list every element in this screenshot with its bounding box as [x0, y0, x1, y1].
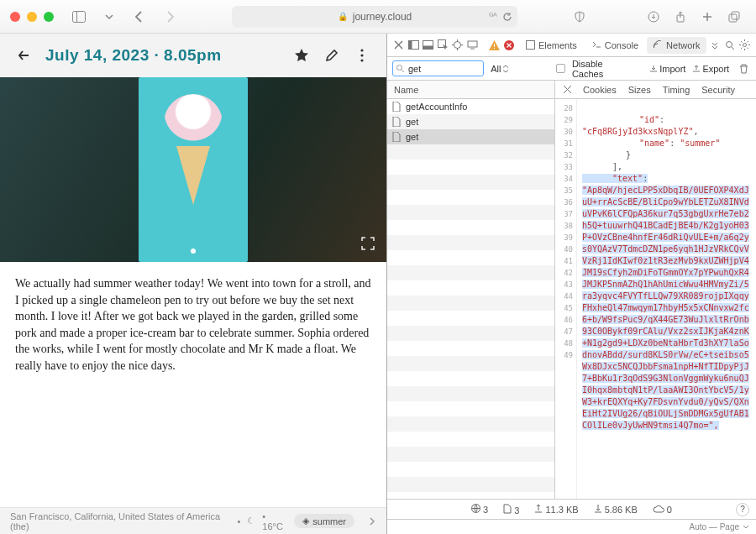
tag-chip[interactable]: ◈ summer — [294, 514, 354, 528]
tab-console[interactable]: Console — [585, 37, 645, 54]
svg-point-22 — [726, 41, 732, 47]
import-button[interactable]: Import — [649, 64, 685, 74]
svg-rect-6 — [732, 12, 739, 19]
request-row[interactable]: get — [387, 129, 554, 144]
filter-type-select[interactable]: All — [491, 64, 509, 74]
svg-rect-0 — [73, 11, 86, 22]
svg-point-15 — [454, 42, 461, 49]
status-download: 5.86 KB — [594, 504, 638, 515]
status-requests: 3 — [471, 504, 488, 515]
downloads-icon[interactable] — [642, 7, 665, 27]
new-tab-icon[interactable] — [696, 7, 719, 27]
temperature: • 16°C — [262, 511, 287, 531]
back-button[interactable] — [128, 7, 151, 27]
svg-point-7 — [360, 49, 363, 51]
edit-icon[interactable] — [323, 46, 341, 65]
svg-rect-21 — [526, 41, 534, 50]
entry-photo[interactable] — [0, 77, 386, 262]
more-tabs-icon[interactable] — [708, 38, 722, 53]
help-icon[interactable]: ? — [736, 503, 749, 516]
reload-icon[interactable] — [502, 12, 512, 22]
status-upload: 11.3 KB — [534, 504, 578, 515]
dock-left-icon[interactable] — [407, 38, 421, 53]
close-devtools-icon[interactable] — [392, 38, 406, 53]
request-row[interactable]: getAccountInfo — [387, 99, 554, 114]
status-documents: 3 — [503, 504, 519, 516]
close-window[interactable] — [10, 12, 20, 22]
svg-rect-18 — [494, 44, 495, 47]
chevron-right-icon[interactable] — [368, 517, 376, 526]
devtools-pane: Elements Console Network get All Disable… — [387, 34, 756, 534]
svg-line-26 — [402, 70, 404, 72]
response-tabs: Cookies Sizes Timing Security — [555, 81, 756, 99]
back-arrow-icon[interactable] — [15, 46, 34, 65]
svg-point-25 — [397, 65, 402, 71]
tabs-icon[interactable] — [722, 7, 746, 27]
column-name-header[interactable]: Name — [387, 81, 554, 99]
document-icon — [392, 117, 401, 127]
document-icon — [392, 132, 401, 142]
tab-network[interactable]: Network — [647, 37, 706, 54]
sidebar-toggle-icon[interactable] — [67, 7, 91, 27]
settings-icon[interactable] — [738, 38, 751, 53]
url-host: journey.cloud — [353, 11, 412, 23]
close-response-icon[interactable] — [564, 86, 571, 93]
svg-point-9 — [360, 59, 363, 61]
trash-icon[interactable] — [736, 61, 751, 76]
response-panel: Cookies Sizes Timing Security 28 29 30 3… — [555, 81, 756, 499]
share-icon[interactable] — [669, 7, 692, 27]
chevron-down-icon[interactable] — [743, 524, 749, 531]
request-list: Name getAccountInfo get get — [387, 81, 555, 499]
inspect-icon[interactable] — [437, 38, 450, 53]
network-body: Name getAccountInfo get get Cookies Size… — [387, 81, 756, 499]
svg-rect-19 — [494, 48, 495, 49]
carousel-dot — [191, 249, 196, 254]
request-row[interactable]: get — [387, 114, 554, 129]
entry-body: We actually had summer weather today! We… — [0, 262, 386, 507]
dock-bottom-icon[interactable] — [422, 38, 435, 53]
filter-input[interactable]: get — [392, 60, 484, 76]
svg-rect-11 — [408, 41, 412, 50]
document-icon — [392, 102, 401, 112]
chevron-down-icon[interactable] — [97, 7, 121, 27]
network-status-bar: 3 3 11.3 KB 5.86 KB 0 ? — [387, 499, 756, 519]
device-icon[interactable] — [466, 38, 480, 53]
forward-button — [158, 7, 181, 27]
svg-point-8 — [360, 54, 363, 56]
minimize-window[interactable] — [27, 12, 37, 22]
tab-security[interactable]: Security — [701, 85, 735, 95]
window-controls — [10, 12, 54, 22]
url-bar[interactable]: 🔒 journey.cloud ᴳᴬ — [232, 6, 517, 28]
tab-sizes[interactable]: Sizes — [628, 85, 651, 95]
tab-elements[interactable]: Elements — [519, 37, 584, 54]
network-filter-bar: get All Disable Caches Import Export — [387, 57, 756, 81]
warning-icon[interactable] — [488, 38, 501, 53]
svg-point-24 — [743, 44, 746, 47]
status-cloud: 0 — [653, 505, 672, 515]
star-icon[interactable] — [292, 46, 311, 65]
svg-rect-5 — [729, 14, 737, 22]
disable-caches-label: Disable Caches — [572, 59, 636, 79]
svg-rect-16 — [468, 41, 477, 47]
svg-rect-13 — [423, 46, 433, 50]
location-text: San Francisco, California, United States… — [10, 511, 230, 531]
shield-icon[interactable] — [568, 7, 591, 27]
app-pane: July 14, 2023 · 8.05pm We actually had s… — [0, 34, 387, 534]
devtools-toolbar: Elements Console Network — [387, 34, 756, 57]
target-icon[interactable] — [451, 38, 465, 53]
export-button[interactable]: Export — [692, 64, 729, 74]
disable-caches-checkbox[interactable] — [556, 64, 565, 73]
search-icon[interactable] — [723, 38, 737, 53]
fullscreen-icon[interactable] — [361, 237, 375, 250]
translate-icon[interactable]: ᴳᴬ — [489, 11, 497, 22]
browser-toolbar: 🔒 journey.cloud ᴳᴬ — [0, 0, 756, 34]
error-icon[interactable] — [502, 38, 516, 53]
more-icon[interactable] — [353, 46, 371, 65]
tab-cookies[interactable]: Cookies — [583, 85, 617, 95]
tab-timing[interactable]: Timing — [663, 85, 690, 95]
zoom-window[interactable] — [44, 12, 54, 22]
response-json[interactable]: "id": "cFq8RGjyId3kxsNqplYZ", "name": "s… — [577, 99, 756, 499]
svg-line-23 — [732, 47, 734, 50]
weather-icon: ☾ — [247, 516, 255, 526]
tag-icon: ◈ — [302, 516, 309, 526]
